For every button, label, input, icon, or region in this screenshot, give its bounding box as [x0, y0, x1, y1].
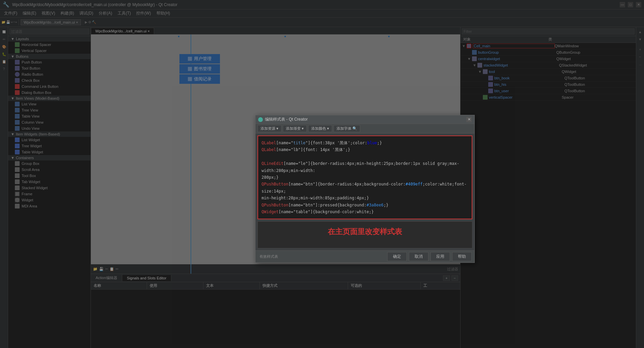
- valid-style-label: 有效样式表: [258, 254, 278, 259]
- modal-close-button[interactable]: ✕: [466, 117, 472, 122]
- code-attr-title: title: [293, 141, 305, 145]
- modal-footer: 有效样式表 确定 取消 应用 帮助: [255, 250, 474, 263]
- modal-title-text: 编辑样式表 - Qt Creator: [265, 117, 308, 122]
- modal-cancel-button[interactable]: 取消: [409, 252, 428, 261]
- code-qpushbutton-pressed: QPushButton: [262, 203, 288, 207]
- code-qlabel-lb: QLabel: [262, 147, 276, 152]
- modal-ok-button[interactable]: 确定: [387, 252, 407, 261]
- style-editor-dialog: 编辑样式表 - Qt Creator ✕ 添加资源 ▾ 添加渐变 ▾ 添加颜色 …: [255, 115, 475, 263]
- code-qlineedit: QLineEdit: [262, 161, 283, 166]
- modal-preview-text: 在主页面里改变样式表: [328, 227, 402, 236]
- modal-code-editor[interactable]: QLabel[name="title"]{font:38px '黑体';colo…: [257, 135, 472, 219]
- code-qwidget: QWidget: [262, 209, 279, 214]
- add-gradient-button[interactable]: 添加渐变 ▾: [283, 125, 307, 132]
- modal-toolbar: 添加资源 ▾ 添加渐变 ▾ 添加颜色 ▾ 添加字体 🔍: [255, 124, 474, 133]
- modal-apply-button[interactable]: 应用: [430, 252, 450, 261]
- add-resource-button[interactable]: 添加资源 ▾: [257, 125, 281, 132]
- modal-titlebar: 编辑样式表 - Qt Creator ✕: [255, 115, 474, 124]
- qt-logo-icon: [258, 117, 263, 122]
- add-font-button[interactable]: 添加字体 🔍: [333, 125, 360, 132]
- modal-preview-area: 在主页面里改变样式表: [257, 221, 472, 248]
- add-color-button[interactable]: 添加颜色 ▾: [308, 125, 332, 132]
- modal-help-button[interactable]: 帮助: [452, 252, 472, 261]
- code-qpushbutton: QPushButton: [262, 182, 288, 187]
- code-qlabel-title: QLabel: [262, 141, 276, 145]
